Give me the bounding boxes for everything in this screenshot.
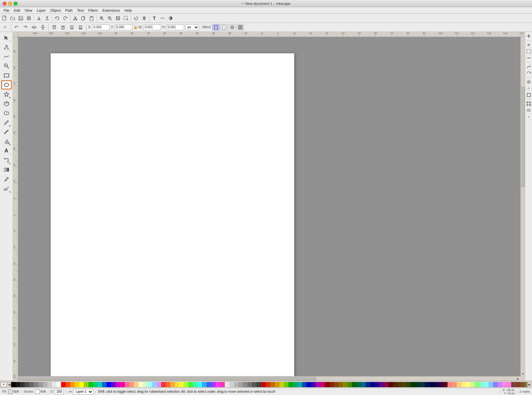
- palette-color[interactable]: [161, 382, 166, 387]
- rotate-cw[interactable]: [21, 23, 29, 31]
- palette-color[interactable]: [402, 382, 407, 387]
- unit-select[interactable]: px mm cm in: [185, 24, 199, 30]
- palette-color[interactable]: [143, 382, 147, 387]
- palette-color[interactable]: [329, 382, 334, 387]
- menu-help[interactable]: Help: [122, 8, 134, 13]
- flip-h[interactable]: [30, 23, 38, 31]
- palette-color[interactable]: [111, 382, 116, 387]
- menu-file[interactable]: File: [1, 8, 12, 13]
- tool-connector[interactable]: ▶: [1, 156, 12, 165]
- palette-color[interactable]: [343, 382, 348, 387]
- palette-color[interactable]: [484, 382, 488, 387]
- menu-path[interactable]: Path: [63, 8, 75, 13]
- palette-color[interactable]: [284, 382, 288, 387]
- palette-color[interactable]: [338, 382, 343, 387]
- palette-color[interactable]: [398, 382, 402, 387]
- tool-calligraphy[interactable]: [1, 127, 12, 137]
- palette-color[interactable]: [288, 382, 293, 387]
- palette-color[interactable]: [334, 382, 338, 387]
- tool-node-edit[interactable]: ↙: [1, 43, 12, 52]
- snap-bbox-button[interactable]: [526, 48, 532, 54]
- palette-color[interactable]: [11, 382, 16, 387]
- hscroll-thumb[interactable]: [18, 377, 316, 381]
- palette-color[interactable]: [43, 382, 47, 387]
- palette-color[interactable]: [261, 382, 266, 387]
- palette-color[interactable]: [361, 382, 366, 387]
- to-top[interactable]: [50, 23, 58, 31]
- raise[interactable]: [59, 23, 67, 31]
- palette-color[interactable]: [370, 382, 375, 387]
- tool-gradient[interactable]: [1, 165, 12, 174]
- menu-edit[interactable]: Edit: [12, 8, 22, 13]
- palette-color[interactable]: [79, 382, 84, 387]
- snap-midpoints-button[interactable]: [526, 55, 532, 61]
- palette-color[interactable]: [107, 382, 111, 387]
- palette-color[interactable]: [502, 382, 507, 387]
- palette-color[interactable]: [452, 382, 457, 387]
- palette-color[interactable]: [211, 382, 216, 387]
- palette-color[interactable]: [193, 382, 197, 387]
- copy-button[interactable]: [80, 14, 87, 22]
- snap-grid-button[interactable]: [526, 79, 532, 85]
- zoom-fit-button[interactable]: [114, 14, 122, 22]
- palette-color[interactable]: [152, 382, 157, 387]
- palette-color[interactable]: [207, 382, 211, 387]
- tool-text[interactable]: A I: [1, 146, 12, 155]
- palette-color[interactable]: [266, 382, 270, 387]
- palette-color[interactable]: [457, 382, 461, 387]
- scroll-down-arrow[interactable]: ▼: [521, 372, 525, 376]
- palette-color[interactable]: [375, 382, 379, 387]
- horizontal-scrollbar[interactable]: ◀ ▶: [13, 376, 520, 381]
- transform-button[interactable]: [132, 14, 140, 22]
- palette-color[interactable]: [411, 382, 416, 387]
- palette-color[interactable]: [325, 382, 329, 387]
- palette-color[interactable]: [293, 382, 298, 387]
- export-button[interactable]: [43, 14, 51, 22]
- palette-scroll-right[interactable]: ▶: [527, 382, 531, 387]
- palette-color[interactable]: [220, 382, 225, 387]
- palette-color[interactable]: [125, 382, 129, 387]
- align-button[interactable]: [140, 14, 148, 22]
- palette-color[interactable]: [507, 382, 511, 387]
- tool-tweak[interactable]: [1, 52, 12, 61]
- tool-spray[interactable]: ▶: [1, 184, 12, 193]
- save-button[interactable]: [17, 14, 25, 22]
- palette-color[interactable]: [302, 382, 307, 387]
- palette-color[interactable]: [388, 382, 393, 387]
- flip-v[interactable]: [39, 23, 47, 31]
- palette-color[interactable]: [443, 382, 448, 387]
- palette-color[interactable]: [116, 382, 120, 387]
- zoom-sel-button[interactable]: [122, 14, 130, 22]
- minimize-button[interactable]: [8, 2, 12, 6]
- palette-color[interactable]: [352, 382, 357, 387]
- palette-color[interactable]: [97, 382, 102, 387]
- palette-color[interactable]: [138, 382, 143, 387]
- tool-selector[interactable]: ↙: [1, 33, 12, 42]
- palette-color[interactable]: [184, 382, 188, 387]
- canvas-area[interactable]: ▲ ▼ ◀ ▶: [13, 32, 525, 381]
- palette-color[interactable]: [379, 382, 384, 387]
- tool-paint-bucket[interactable]: ▶: [1, 137, 12, 146]
- to-bottom[interactable]: [77, 23, 84, 31]
- undo-button[interactable]: [53, 14, 61, 22]
- tool-pencil[interactable]: ▶: [1, 118, 12, 127]
- palette-color[interactable]: [120, 382, 125, 387]
- open-button[interactable]: [9, 14, 17, 22]
- menu-extensions[interactable]: Extensions: [100, 8, 122, 13]
- snap-path-button[interactable]: [526, 64, 532, 70]
- palette-color[interactable]: [298, 382, 302, 387]
- new-button[interactable]: [1, 14, 8, 22]
- palette-color[interactable]: [348, 382, 352, 387]
- palette-color[interactable]: [47, 382, 52, 387]
- menu-filters[interactable]: Filters: [86, 8, 100, 13]
- fill-stroke-button[interactable]: [167, 14, 174, 22]
- tool-rect[interactable]: [1, 71, 12, 80]
- selector-ctx-btn[interactable]: ↖: [1, 23, 9, 31]
- palette-color[interactable]: [316, 382, 320, 387]
- palette-color[interactable]: [425, 382, 429, 387]
- palette-color[interactable]: [257, 382, 261, 387]
- palette-color[interactable]: [34, 382, 38, 387]
- menu-view[interactable]: View: [22, 8, 35, 13]
- affect-visual-button[interactable]: [221, 24, 228, 31]
- palette-color[interactable]: [38, 382, 43, 387]
